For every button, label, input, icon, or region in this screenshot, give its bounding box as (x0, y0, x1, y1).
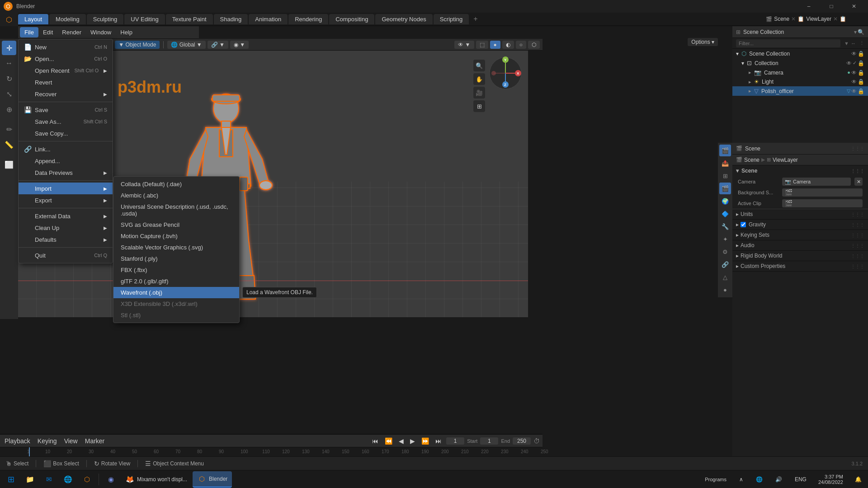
props-constraints-btn[interactable]: 🔗 (719, 258, 731, 270)
fm-open[interactable]: 📂 Open... Ctrl O (19, 53, 113, 65)
start-button[interactable]: ⊞ (2, 471, 20, 488)
props-scene-btn[interactable]: 🎬 (719, 183, 731, 194)
tray-volume[interactable]: 🔊 (771, 471, 787, 488)
sidebar-annotate-tool[interactable]: ✏ (2, 122, 16, 136)
menu-help[interactable]: Help (116, 27, 137, 38)
collection-lock[interactable]: 🔒 (858, 60, 864, 66)
sidebar-cursor-tool[interactable]: ✛ (2, 41, 16, 55)
taskbar-blender-window[interactable]: ⬡ Blender (193, 471, 232, 488)
fm-recover[interactable]: Recover ▶ (19, 88, 113, 100)
im-usd[interactable]: Universal Scene Description (.usd, .usdc… (113, 201, 239, 219)
camera-lock[interactable]: 🔒 (858, 70, 864, 76)
sidebar-transform-tool[interactable]: ⊕ (2, 102, 16, 117)
vp-mode-btn[interactable]: ▼ Object Mode (115, 41, 160, 49)
audio-section[interactable]: ▸ Audio ⋮⋮⋮ (732, 240, 868, 251)
props-world-btn[interactable]: 🌍 (719, 195, 731, 207)
tl-step-forward[interactable]: ⏩ (420, 436, 431, 446)
tl-start-value[interactable]: 1 (480, 437, 498, 445)
ol-polish-officer[interactable]: ▸ ▽ Polish_officer ▽ 👁 🔒 (732, 86, 868, 96)
im-gltf[interactable]: glTF 2.0 (.glb/.gltf) (113, 276, 239, 287)
rmp-vl-bc[interactable]: ViewLayer (773, 157, 798, 163)
props-render-btn[interactable]: 🎬 (719, 145, 731, 156)
tray-lang[interactable]: ENG (790, 471, 811, 488)
im-svg-grease[interactable]: SVG as Grease Pencil (113, 219, 239, 230)
tab-uv-editing[interactable]: UV Editing (124, 14, 165, 24)
props-data-btn[interactable]: △ (719, 271, 731, 283)
more-icon[interactable]: ⋮ (859, 40, 864, 46)
tray-network[interactable]: 🌐 (751, 471, 767, 488)
camera-prop-value[interactable]: 📷 Camera (782, 178, 851, 186)
vp-shading-rendered[interactable]: ○ (516, 41, 526, 49)
tray-notification[interactable]: 🔔 (850, 471, 866, 488)
tl-marker-btn[interactable]: Marker (83, 436, 107, 446)
tl-go-end[interactable]: ⏭ (434, 436, 443, 446)
props-physics-btn[interactable]: ⚙ (719, 246, 731, 258)
context-menu-status[interactable]: ☰ Object Context Menu (145, 460, 204, 467)
system-clock[interactable]: 3:37 PM 24/08/2022 (815, 474, 847, 485)
sync-icon[interactable]: ↔ (851, 41, 856, 46)
tab-sculpting[interactable]: Sculpting (87, 14, 123, 24)
filter-dropdown[interactable]: ▼ (844, 41, 849, 46)
scene-name[interactable]: Scene (774, 16, 789, 22)
fm-clean-up[interactable]: Clean Up ▶ (19, 222, 113, 234)
tl-playback-btn[interactable]: Playback (3, 436, 32, 446)
collection-eye[interactable]: 👁 (846, 60, 852, 66)
vp-shading-material[interactable]: ◐ (502, 41, 514, 49)
props-view-layer-btn[interactable]: ⊞ (719, 170, 731, 182)
tab-compositing[interactable]: Compositing (329, 14, 374, 24)
ol-scene-collection[interactable]: ▾ ⬡ Scene Collection 👁 🔒 (732, 49, 868, 58)
props-object-btn[interactable]: 🔷 (719, 208, 731, 220)
menu-edit[interactable]: Edit (38, 27, 57, 38)
tab-modeling[interactable]: Modeling (49, 14, 86, 24)
im-obj[interactable]: Wavefront (.obj) Load a Wavefront OBJ Fi… (113, 287, 239, 298)
search-icon[interactable]: 🔍 (858, 29, 864, 35)
menu-window[interactable]: Window (86, 27, 116, 38)
tray-programs[interactable]: Programs (700, 471, 731, 488)
props-modifiers-btn[interactable]: 🔧 (719, 221, 731, 232)
fm-append[interactable]: Append... (19, 155, 113, 167)
ol-light[interactable]: ▸ ☀ Light 👁 🔒 (732, 77, 868, 86)
outliner-search-input[interactable] (736, 39, 840, 47)
pan-tool[interactable]: ✋ (473, 73, 485, 85)
fm-quit[interactable]: Quit Ctrl Q (19, 249, 113, 261)
im-collada[interactable]: Collada (Default) (.dae) (113, 178, 239, 190)
sidebar-rotate-tool[interactable]: ↻ (2, 71, 16, 86)
options-button[interactable]: Options ▾ (688, 38, 718, 46)
fm-revert[interactable]: Revert (19, 76, 113, 88)
fm-link[interactable]: 🔗 Link... (19, 143, 113, 155)
close-button[interactable]: ✕ (844, 0, 864, 13)
maximize-button[interactable]: □ (821, 0, 842, 13)
tl-play-back[interactable]: ◀ (397, 436, 406, 446)
rmp-scene-bc[interactable]: Scene (744, 157, 760, 163)
select-status[interactable]: 🖱 Select (5, 460, 28, 467)
vp-shading-solid[interactable]: ● (490, 41, 500, 49)
taskbar-browser[interactable]: 🌐 (59, 471, 77, 488)
light-eye[interactable]: 👁 (851, 79, 857, 85)
sidebar-scale-tool[interactable]: ⤡ (2, 87, 16, 101)
menu-file[interactable]: File (20, 27, 38, 38)
scene-collection-eye[interactable]: 👁 (851, 51, 857, 57)
vp-snap-btn[interactable]: 🔗 ▼ (208, 41, 228, 49)
sidebar-move-tool[interactable]: ↔ (2, 56, 16, 70)
tl-keying-btn[interactable]: Keying (36, 436, 59, 446)
light-lock[interactable]: 🔒 (858, 79, 864, 85)
camera-tool[interactable]: 🎥 (473, 87, 485, 99)
vp-shading-wireframe[interactable]: ⬡ (528, 41, 540, 49)
vp-proportional-btn[interactable]: ◉ ▼ (230, 41, 249, 49)
im-x3d[interactable]: X3D Extensible 3D (.x3d/.wrl) (113, 298, 239, 310)
tl-play-pause[interactable]: ▶ (408, 436, 417, 446)
active-clip-value[interactable]: 🎬 (782, 199, 863, 207)
tab-shading[interactable]: Shading (214, 14, 248, 24)
tl-end-value[interactable]: 250 (513, 437, 531, 445)
box-select-status[interactable]: ⬛ Box Select (43, 460, 79, 467)
fm-data-previews[interactable]: Data Previews ▶ (19, 167, 113, 178)
vp-overlay-btn[interactable]: 👁 ▼ (454, 41, 474, 49)
custom-props-section[interactable]: ▸ Custom Properties ⋮⋮⋮ (732, 261, 868, 272)
fm-save-copy[interactable]: Save Copy... (19, 127, 113, 139)
tl-view-btn[interactable]: View (62, 436, 80, 446)
fm-save-as[interactable]: Save As... Shift Ctrl S (19, 116, 113, 127)
collections-tool[interactable]: ⊞ (473, 100, 485, 112)
taskbar-mail[interactable]: ✉ (40, 471, 58, 488)
scene-collection-lock[interactable]: 🔒 (858, 51, 864, 57)
fm-external-data[interactable]: External Data ▶ (19, 210, 113, 222)
